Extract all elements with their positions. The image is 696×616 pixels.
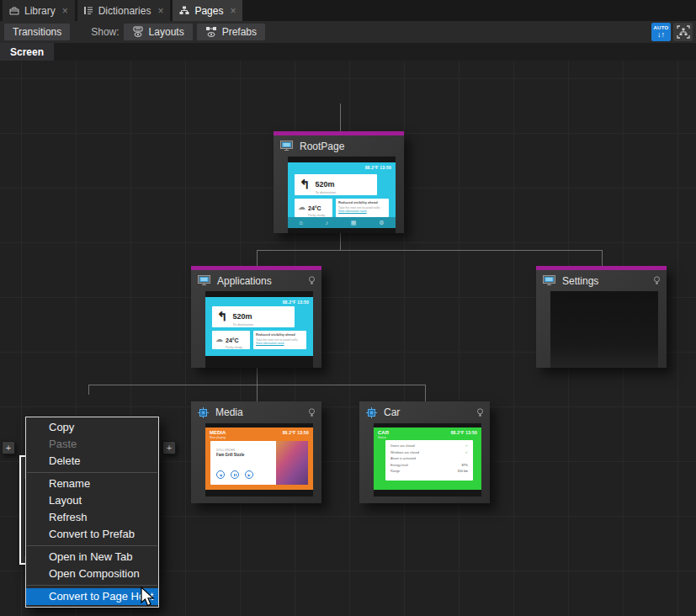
info-link: View alternative route [256, 342, 304, 345]
cloud-icon: ☁ [298, 203, 305, 211]
info-link: View alternative route [338, 210, 386, 213]
nav-settings-icon: ⚙ [379, 217, 384, 228]
show-layouts-toggle[interactable]: Layouts [124, 24, 193, 40]
tab-label: Dictionaries [98, 5, 151, 17]
mouse-cursor [140, 587, 157, 607]
composition-tab-row: Screen [0, 43, 696, 61]
page-host-icon [543, 275, 555, 286]
document-tab-bar: Library × Dictionaries × Pages × [0, 0, 696, 21]
dictionaries-icon [84, 6, 93, 15]
node-label: Car [384, 406, 400, 418]
node-applications[interactable]: Applications 88.2°F 13:50 ↰ 520m To dest… [191, 266, 321, 368]
status-text: 88.2°F 13:50 [365, 165, 391, 170]
turn-distance: 520m [316, 180, 335, 189]
car-status-row: Doors are closed ✓ [391, 443, 468, 450]
turn-sub: To destination [233, 322, 254, 327]
node-car[interactable]: Car CAR Status 88.2°F 13:50 Doors are cl… [359, 401, 490, 503]
car-app-title: CAR [378, 430, 389, 435]
auto-arrange-button[interactable]: AUTO ↓↑ [651, 23, 671, 41]
lightbulb-icon [477, 408, 483, 417]
node-context-menu: Copy Paste Delete Rename Layout Refresh … [25, 417, 159, 608]
pages-toolbar: Transitions Show: Layouts Prefabs AUTO ↓… [0, 21, 696, 43]
menu-item-open-composition[interactable]: Open Composition [26, 566, 158, 582]
auto-arrows-icon: ↓↑ [657, 31, 665, 39]
car-status-row: Windows are closed ✓ [391, 450, 468, 457]
menu-item-refresh[interactable]: Refresh [26, 509, 158, 526]
edge-to-car [425, 385, 426, 401]
lightbulb-icon [309, 408, 315, 417]
transitions-button[interactable]: Transitions [4, 24, 70, 40]
info-line1: Reduced visibility ahead [338, 200, 386, 204]
media-app-title: MEDIA [210, 430, 226, 435]
edge-to-media [257, 385, 258, 401]
node-thumbnail: CAR Status 88.2°F 13:50 Doors are closed… [374, 423, 481, 497]
turn-card: ↰ 520m To destination [295, 174, 377, 195]
nav-apps-icon: ▦ [351, 217, 357, 228]
tab-screen-composition[interactable]: Screen [0, 43, 54, 61]
car-status-row: Energy level 87% [391, 463, 468, 470]
menu-separator [27, 585, 157, 586]
track-title: Fam Grill Sizzle [216, 453, 244, 457]
nav-home-icon: ⌂ [299, 217, 302, 228]
info-line1: Reduced visibility ahead [256, 332, 304, 337]
node-thumbnail: 88.2°F 13:50 ↰ 520m To destination ☁ 24°… [205, 291, 313, 368]
fit-to-view-icon [677, 25, 690, 39]
turn-left-icon: ↰ [300, 177, 311, 192]
node-thumbnail: 88.2°F 13:50 ↰ 520m To destination ☁ 24°… [288, 157, 396, 233]
close-icon[interactable]: × [157, 5, 163, 17]
edge-to-home [88, 385, 89, 395]
nav-music-icon: ♪ [325, 217, 328, 228]
tab-library[interactable]: Library × [3, 0, 75, 21]
temperature: 24°C [226, 337, 239, 343]
transitions-label: Transitions [13, 26, 61, 38]
node-header: RootPage [274, 135, 404, 157]
node-rootpage[interactable]: RootPage 88.2°F 13:50 ↰ 520m To destinat… [274, 131, 404, 233]
menu-item-rename[interactable]: Rename [26, 475, 158, 492]
close-icon[interactable]: × [230, 5, 236, 17]
node-media[interactable]: Media MEDIA Now playing 88.2°F 13:50 STI… [191, 401, 321, 503]
page-host-icon [280, 141, 293, 151]
menu-item-convert-to-prefab[interactable]: Convert to Prefab [26, 526, 158, 543]
status-text: 88.2°F 13:50 [451, 430, 477, 435]
nav-screen-preview: 88.2°F 13:50 ↰ 520m To destination ☁ 24°… [288, 162, 396, 228]
menu-item-convert-to-page-host[interactable]: Convert to Page Host [26, 588, 158, 605]
fit-to-view-button[interactable] [673, 23, 693, 41]
page-host-icon [198, 275, 210, 286]
info-card: Reduced visibility ahead Take the next e… [253, 331, 306, 349]
close-icon[interactable]: × [62, 5, 68, 17]
menu-item-delete[interactable]: Delete [26, 453, 158, 470]
temperature: 24°C [308, 205, 321, 211]
media-buttons: ◀ ▶ [216, 470, 253, 479]
edge-to-applications [257, 250, 258, 266]
thumb-navbar: ⌂ ♪ ▦ ⚙ [288, 217, 396, 228]
screen-tab-label: Screen [10, 46, 44, 58]
pages-hierarchy-icon [179, 6, 189, 15]
page-icon [198, 407, 209, 418]
add-sibling-left-button[interactable]: + [2, 441, 15, 454]
status-text: 88.2°F 13:50 [283, 300, 309, 305]
add-sibling-right-button[interactable]: + [162, 441, 176, 454]
edge-applications-down [257, 368, 258, 385]
edge-to-settings [602, 250, 603, 266]
show-prefabs-toggle[interactable]: Prefabs [197, 24, 265, 40]
album-photo [276, 441, 308, 485]
tab-pages[interactable]: Pages × [173, 0, 242, 21]
media-card: STILL KRUHS Fam Grill Sizzle ◀ ▶ [210, 441, 308, 485]
previous-track-icon: ◀ [216, 470, 225, 479]
turn-distance: 520m [233, 312, 252, 321]
node-thumbnail: MEDIA Now playing 88.2°F 13:50 STILL KRU… [205, 423, 313, 497]
temperature-sub: Partly cloudy [226, 346, 242, 349]
pause-icon [231, 470, 239, 479]
node-settings[interactable]: Settings [536, 266, 667, 368]
menu-item-layout[interactable]: Layout [26, 492, 158, 509]
car-app-sub: Status [378, 436, 386, 439]
tab-dictionaries[interactable]: Dictionaries × [77, 0, 171, 21]
layouts-eye-icon [132, 26, 144, 38]
car-status-row: Range 310 km [391, 469, 468, 475]
menu-item-open-in-new-tab[interactable]: Open in New Tab [26, 549, 158, 566]
menu-item-paste: Paste [26, 436, 158, 453]
info-card: Reduced visibility ahead Take the next e… [336, 199, 389, 217]
turn-left-icon: ↰ [217, 309, 228, 324]
menu-item-copy[interactable]: Copy [26, 419, 158, 436]
prefabs-label: Prefabs [222, 26, 257, 38]
